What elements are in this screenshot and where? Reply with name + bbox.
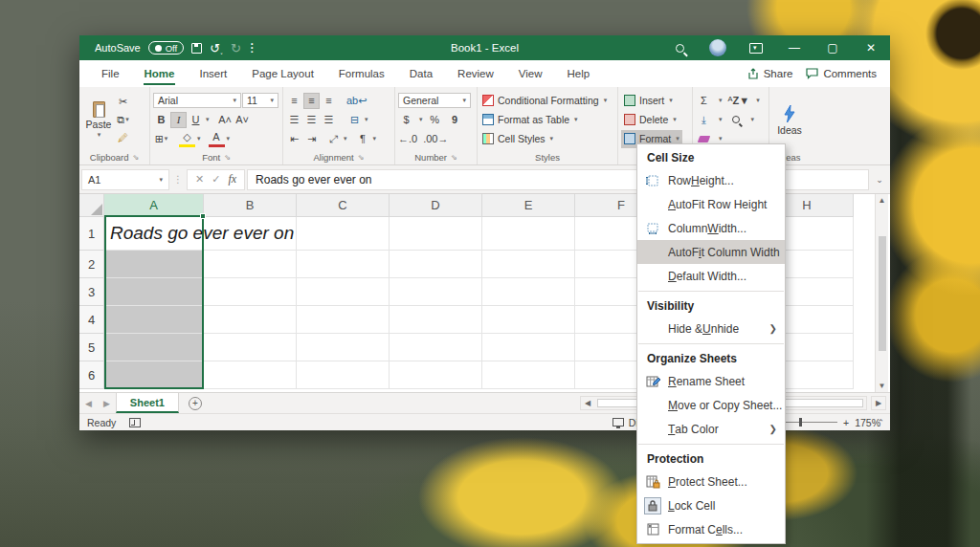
confirm-entry-icon[interactable]: ✓: [212, 173, 220, 186]
row-header-6[interactable]: 6: [79, 361, 104, 389]
increase-decimal-button[interactable]: ←.0: [398, 131, 417, 147]
cell-b4[interactable]: [204, 306, 297, 334]
scroll-down-icon[interactable]: ▼: [879, 382, 886, 390]
customize-quick-access-icon[interactable]: ᎒: [249, 42, 256, 55]
scroll-left-icon[interactable]: ◀: [581, 399, 594, 407]
cell-d5[interactable]: [390, 334, 482, 361]
name-box[interactable]: A1▾: [81, 169, 169, 190]
autosum-button[interactable]: Σ: [696, 93, 712, 109]
cell-d4[interactable]: [390, 306, 482, 334]
increase-font-size-button[interactable]: A˄: [217, 112, 234, 128]
menu-item-rename-sheet[interactable]: Rename Sheet: [637, 369, 785, 393]
cell-e4[interactable]: [482, 306, 575, 334]
row-header-4[interactable]: 4: [79, 306, 104, 334]
bottom-align-icon[interactable]: ≡: [321, 93, 337, 109]
center-icon[interactable]: ☰: [303, 112, 320, 128]
undo-icon[interactable]: ↺˯: [210, 42, 223, 55]
menu-item-protect-sheet[interactable]: Protect Sheet...: [637, 470, 785, 493]
tab-data[interactable]: Data: [397, 60, 445, 87]
macro-record-icon[interactable]: [129, 418, 141, 427]
ideas-button[interactable]: Ideas: [772, 89, 807, 150]
next-sheet-icon[interactable]: ▶: [98, 399, 116, 408]
tab-formulas[interactable]: Formulas: [326, 60, 397, 87]
column-header-b[interactable]: B: [204, 194, 297, 217]
cancel-entry-icon[interactable]: ✕: [195, 173, 204, 186]
namebox-splitter[interactable]: ⋮: [171, 174, 185, 185]
number-dialog-launcher-icon[interactable]: ⇘: [451, 153, 457, 162]
account-avatar[interactable]: [699, 35, 737, 60]
alignment-dialog-launcher-icon[interactable]: ⇘: [358, 153, 365, 162]
cell-e2[interactable]: [482, 251, 575, 278]
cell-a2[interactable]: [104, 251, 204, 278]
align-right-icon[interactable]: ☰: [321, 112, 337, 128]
cell-a4[interactable]: [104, 306, 204, 334]
paste-button[interactable]: Paste ▾: [82, 89, 115, 150]
find-select-icon[interactable]: [728, 112, 745, 128]
menu-item-default-width[interactable]: Default Width...: [637, 264, 785, 288]
cut-icon[interactable]: ✂: [115, 94, 131, 110]
top-align-icon[interactable]: ≡: [286, 93, 302, 109]
cell-c2[interactable]: [297, 251, 390, 278]
insert-function-icon[interactable]: fx: [228, 172, 236, 186]
cell-a5[interactable]: [104, 334, 204, 361]
menu-item-format-cells[interactable]: Format Cells...: [637, 517, 785, 541]
column-header-e[interactable]: E: [482, 194, 575, 217]
close-button[interactable]: ✕: [852, 35, 890, 60]
vertical-scroll-thumb[interactable]: [879, 236, 886, 351]
decrease-decimal-button[interactable]: .00→: [423, 131, 448, 147]
fill-icon[interactable]: ⤓: [696, 112, 712, 128]
insert-button[interactable]: Insert▾: [621, 92, 682, 110]
menu-item-lock-cell[interactable]: Lock Cell: [637, 493, 785, 517]
cell-c1[interactable]: [297, 217, 390, 251]
font-size-select[interactable]: 11▾: [242, 93, 278, 108]
tab-review[interactable]: Review: [445, 60, 506, 87]
conditional-formatting-button[interactable]: Conditional Formatting▾: [482, 92, 607, 110]
autosave-toggle[interactable]: Off: [148, 41, 185, 55]
column-header-c[interactable]: C: [297, 194, 390, 217]
save-icon[interactable]: [191, 43, 202, 54]
decrease-indent-icon[interactable]: ⇤: [286, 131, 302, 147]
italic-button[interactable]: I: [170, 112, 187, 128]
percent-style-button[interactable]: %: [427, 112, 443, 128]
menu-item-row-height[interactable]: Row Height...: [637, 168, 785, 192]
cell-a3[interactable]: [104, 278, 204, 306]
font-family-select[interactable]: Arial▾: [153, 93, 241, 108]
column-header-d[interactable]: D: [390, 194, 482, 217]
cell-b5[interactable]: [204, 334, 297, 361]
decrease-font-size-button[interactable]: A˅: [234, 112, 251, 128]
row-header-5[interactable]: 5: [79, 334, 104, 361]
tab-home[interactable]: Home: [132, 60, 188, 87]
increase-indent-icon[interactable]: ⇥: [303, 131, 320, 147]
comma-style-button[interactable]: 9: [447, 112, 463, 128]
cell-d2[interactable]: [390, 251, 482, 278]
tab-page-layout[interactable]: Page Layout: [239, 60, 326, 87]
font-color-button[interactable]: A: [209, 131, 225, 147]
cell-c5[interactable]: [297, 334, 390, 361]
bold-button[interactable]: B: [153, 112, 169, 128]
menu-item-autofit-row-height[interactable]: AutoFit Row Height: [637, 192, 785, 216]
fill-handle[interactable]: [200, 213, 206, 219]
menu-item-move-or-copy-sheet[interactable]: Move or Copy Sheet...: [637, 393, 785, 417]
sheet-tab-sheet1[interactable]: Sheet1: [116, 393, 179, 413]
zoom-slider[interactable]: [782, 422, 837, 423]
row-header-2[interactable]: 2: [79, 251, 104, 278]
row-header-1[interactable]: 1: [79, 217, 104, 251]
tab-insert[interactable]: Insert: [187, 60, 239, 87]
format-painter-icon[interactable]: 🖉: [115, 130, 131, 146]
cell-d6[interactable]: [390, 361, 482, 389]
cell-b3[interactable]: [204, 278, 297, 306]
cell-c4[interactable]: [297, 306, 390, 334]
menu-item-hide-unhide[interactable]: Hide & Unhide❯: [637, 317, 785, 340]
underline-button[interactable]: U: [188, 112, 204, 128]
select-all-corner[interactable]: [79, 194, 104, 217]
tab-file[interactable]: File: [89, 60, 132, 87]
cell-e5[interactable]: [482, 334, 575, 361]
borders-button[interactable]: ⊞▾: [153, 131, 169, 147]
cell-styles-button[interactable]: Cell Styles▾: [482, 130, 607, 148]
minimize-button[interactable]: —: [775, 35, 813, 60]
font-dialog-launcher-icon[interactable]: ⇘: [224, 153, 231, 162]
format-as-table-button[interactable]: Format as Table▾: [482, 111, 607, 129]
align-left-icon[interactable]: ☰: [286, 112, 302, 128]
merge-center-icon[interactable]: ⊟: [346, 112, 363, 128]
vertical-scrollbar[interactable]: ▲ ▼: [875, 194, 888, 392]
